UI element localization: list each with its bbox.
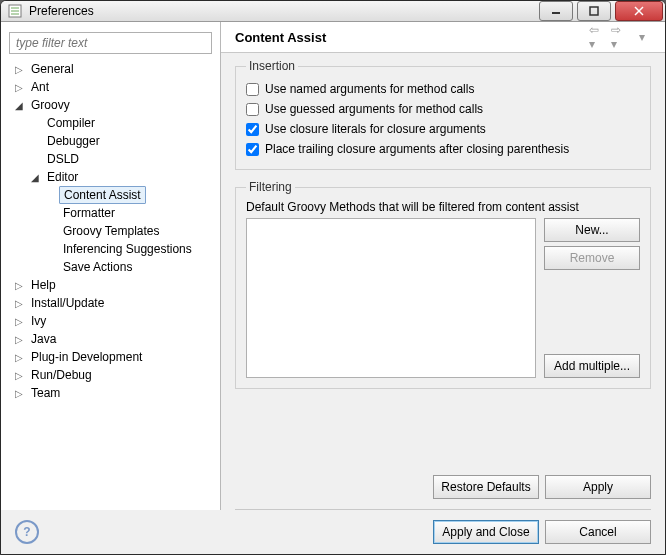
filtering-body: New... Remove Add multiple...: [246, 218, 640, 378]
guessed-args-checkbox[interactable]: [246, 103, 259, 116]
named-args-row[interactable]: Use named arguments for method calls: [246, 79, 640, 99]
closure-literals-row[interactable]: Use closure literals for closure argumen…: [246, 119, 640, 139]
page-header: Content Assist ⇦ ▾ ⇨ ▾ ▾: [221, 22, 665, 53]
filtering-group: Filtering Default Groovy Methods that wi…: [235, 180, 651, 389]
apply-and-close-button[interactable]: Apply and Close: [433, 520, 539, 544]
tree-item-ivy[interactable]: ▷Ivy: [9, 312, 212, 330]
chevron-right-icon: ▷: [13, 297, 25, 309]
preferences-window: Preferences ▷General ▷Ant ◢Groovy ▷Compi…: [0, 0, 666, 555]
filtering-description: Default Groovy Methods that will be filt…: [246, 200, 640, 214]
back-icon[interactable]: ⇦ ▾: [589, 28, 607, 46]
page-title: Content Assist: [235, 30, 585, 45]
insertion-group: Insertion Use named arguments for method…: [235, 59, 651, 170]
closure-literals-label: Use closure literals for closure argumen…: [265, 122, 486, 136]
tree-item-help[interactable]: ▷Help: [9, 276, 212, 294]
tree-item-groovy-templates[interactable]: ▷Groovy Templates: [9, 222, 212, 240]
tree-item-inferencing[interactable]: ▷Inferencing Suggestions: [9, 240, 212, 258]
trailing-closure-label: Place trailing closure arguments after c…: [265, 142, 569, 156]
dialog-footer: ? Apply and Close Cancel: [1, 510, 665, 554]
filter-list[interactable]: [246, 218, 536, 378]
help-icon[interactable]: ?: [15, 520, 39, 544]
chevron-right-icon: ▷: [13, 369, 25, 381]
apply-button[interactable]: Apply: [545, 475, 651, 499]
tree-item-general[interactable]: ▷General: [9, 60, 212, 78]
filtering-legend: Filtering: [246, 180, 295, 194]
chevron-down-icon: ◢: [29, 171, 41, 183]
chevron-right-icon: ▷: [13, 315, 25, 327]
add-multiple-button[interactable]: Add multiple...: [544, 354, 640, 378]
tree-item-formatter[interactable]: ▷Formatter: [9, 204, 212, 222]
tree-item-plugin-dev[interactable]: ▷Plug-in Development: [9, 348, 212, 366]
chevron-right-icon: ▷: [13, 351, 25, 363]
tree-item-team[interactable]: ▷Team: [9, 384, 212, 402]
chevron-right-icon: ▷: [13, 63, 25, 75]
tree-item-content-assist[interactable]: ▷Content Assist: [9, 186, 212, 204]
restore-defaults-button[interactable]: Restore Defaults: [433, 475, 539, 499]
tree-item-dsld[interactable]: ▷DSLD: [9, 150, 212, 168]
filter-buttons: New... Remove Add multiple...: [544, 218, 640, 378]
chevron-right-icon: ▷: [13, 333, 25, 345]
close-button[interactable]: [615, 1, 663, 21]
svg-rect-5: [590, 7, 598, 15]
chevron-right-icon: ▷: [13, 387, 25, 399]
remove-button[interactable]: Remove: [544, 246, 640, 270]
maximize-button[interactable]: [577, 1, 611, 21]
insertion-legend: Insertion: [246, 59, 298, 73]
left-panel: ▷General ▷Ant ◢Groovy ▷Compiler ▷Debugge…: [1, 22, 221, 510]
tree-item-editor[interactable]: ◢Editor: [9, 168, 212, 186]
chevron-down-icon: ◢: [13, 99, 25, 111]
new-button[interactable]: New...: [544, 218, 640, 242]
window-title: Preferences: [29, 4, 537, 18]
closure-literals-checkbox[interactable]: [246, 123, 259, 136]
tree-item-debugger[interactable]: ▷Debugger: [9, 132, 212, 150]
tree-item-save-actions[interactable]: ▷Save Actions: [9, 258, 212, 276]
tree-item-java[interactable]: ▷Java: [9, 330, 212, 348]
tree-item-run-debug[interactable]: ▷Run/Debug: [9, 366, 212, 384]
guessed-args-label: Use guessed arguments for method calls: [265, 102, 483, 116]
tree-item-install-update[interactable]: ▷Install/Update: [9, 294, 212, 312]
app-icon: [7, 3, 23, 19]
dialog-body: ▷General ▷Ant ◢Groovy ▷Compiler ▷Debugge…: [1, 22, 665, 510]
cancel-button[interactable]: Cancel: [545, 520, 651, 544]
chevron-right-icon: ▷: [13, 279, 25, 291]
trailing-closure-checkbox[interactable]: [246, 143, 259, 156]
trailing-closure-row[interactable]: Place trailing closure arguments after c…: [246, 139, 640, 159]
tree-item-ant[interactable]: ▷Ant: [9, 78, 212, 96]
titlebar[interactable]: Preferences: [1, 1, 665, 22]
named-args-checkbox[interactable]: [246, 83, 259, 96]
page-footer: Restore Defaults Apply: [235, 465, 651, 510]
chevron-right-icon: ▷: [13, 81, 25, 93]
menu-icon[interactable]: ▾: [633, 28, 651, 46]
filter-input[interactable]: [9, 32, 212, 54]
window-buttons: [537, 1, 665, 21]
guessed-args-row[interactable]: Use guessed arguments for method calls: [246, 99, 640, 119]
content-panel: Content Assist ⇦ ▾ ⇨ ▾ ▾ Insertion Use n…: [221, 22, 665, 510]
forward-icon[interactable]: ⇨ ▾: [611, 28, 629, 46]
tree-item-compiler[interactable]: ▷Compiler: [9, 114, 212, 132]
minimize-button[interactable]: [539, 1, 573, 21]
named-args-label: Use named arguments for method calls: [265, 82, 474, 96]
tree-item-groovy[interactable]: ◢Groovy: [9, 96, 212, 114]
preferences-tree[interactable]: ▷General ▷Ant ◢Groovy ▷Compiler ▷Debugge…: [9, 60, 212, 500]
